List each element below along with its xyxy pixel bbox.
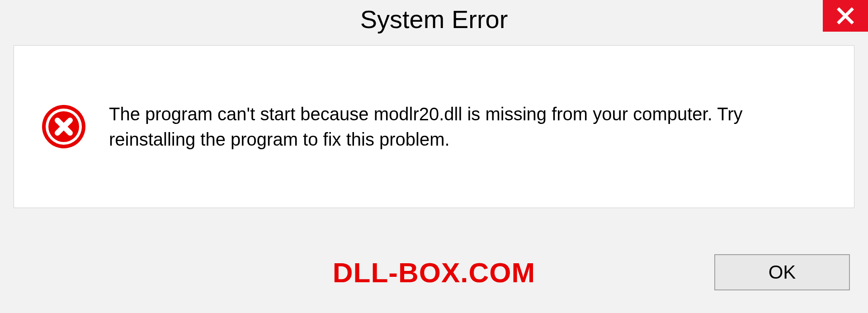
dialog-title: System Error — [360, 5, 508, 34]
ok-button[interactable]: OK — [714, 254, 850, 290]
watermark-text: DLL-BOX.COM — [333, 256, 535, 289]
dialog-footer: DLL-BOX.COM OK — [0, 232, 868, 313]
error-icon — [41, 104, 86, 149]
error-message: The program can't start because modlr20.… — [109, 101, 827, 152]
message-panel: The program can't start because modlr20.… — [14, 45, 854, 208]
error-icon-container — [41, 104, 86, 149]
close-button[interactable] — [823, 0, 868, 32]
close-icon — [836, 7, 854, 25]
titlebar: System Error — [0, 0, 868, 45]
